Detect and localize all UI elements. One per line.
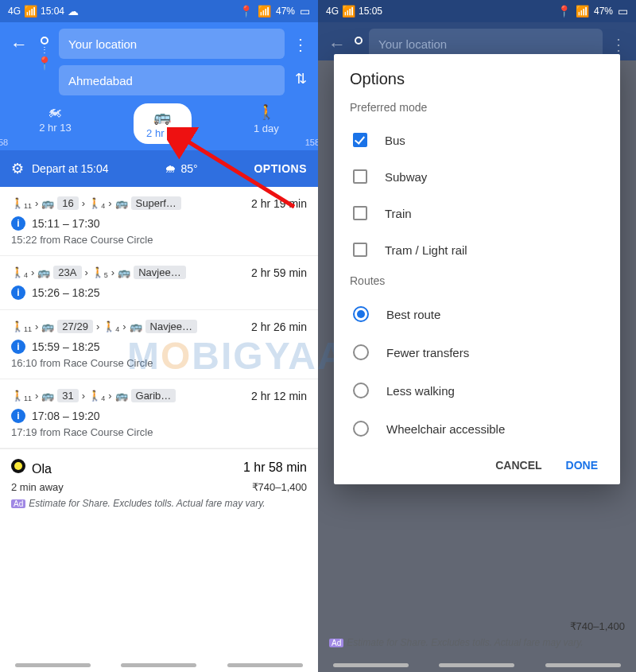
bus-icon: 🚌 [115,390,128,402]
ride-fare: ₹740–1,400 [252,481,307,493]
walk-icon: 🚶4 [88,390,105,402]
nav-home[interactable] [439,663,514,667]
overflow-menu-icon[interactable]: ⋮ [293,35,308,54]
mode-option[interactable]: Bus [350,122,604,158]
bus-icon: 🚌 [37,266,50,278]
option-label: Fewer transfers [386,346,469,359]
line-chip: 23A [53,266,81,279]
line-chip: 27/29 [57,320,93,333]
route-item[interactable]: 🚶4› 🚌23A› 🚶5› 🚌Navjee… 2 hr 59 min i15:2… [0,256,318,310]
cloud-icon: ☁ [68,5,79,17]
back-button[interactable]: ← [8,29,30,60]
swap-icon[interactable]: ⇅ [295,70,307,87]
walk-icon: 🚶4 [88,197,105,209]
mode-transit-duration: 2 hr 19 [146,127,178,139]
mode-option[interactable]: Train [350,195,604,231]
status-bar: 4G 📶 15:05 📍 📶 47% ▭ [318,0,636,22]
ride-eta: 2 min away [11,481,64,493]
mode-motorcycle[interactable]: 🏍 2 hr 13 [39,103,71,144]
route-item[interactable]: 🚶11› 🚌27/29› 🚶4› 🚌Navjee… 2 hr 26 min i1… [0,310,318,379]
option-label: Less walking [386,384,455,398]
battery-icon: ▭ [618,5,628,17]
nav-back[interactable] [333,663,409,667]
nav-home[interactable] [121,663,196,667]
radio-icon[interactable] [353,421,369,437]
route-times: 15:26 – 18:25 [32,286,100,299]
mode-option[interactable]: Subway [350,158,604,195]
mode-transit[interactable]: 🚌 2 hr 19 [134,103,191,144]
clock: 15:05 [359,6,382,17]
battery-pct: 47% [594,6,613,17]
walk-icon: 🚶4 [11,266,28,278]
checkbox-icon[interactable] [353,169,367,184]
net-label: 4G [8,6,21,17]
mode-option[interactable]: Tram / Light rail [350,231,604,268]
info-icon: i [11,409,25,423]
route-duration: 2 hr 12 min [251,390,307,402]
route-list[interactable]: 🚶11› 🚌16› 🚶4› 🚌Superf… 2 hr 19 min i15:1… [0,187,318,519]
nav-back[interactable] [15,663,91,667]
travel-mode-tabs: 58 🏍 2 hr 13 🚌 2 hr 19 🚶 1 day 158 [8,95,310,150]
depart-bar: ⚙ Depart at 15:04 🌧 85° OPTIONS [0,150,318,187]
route-duration: 2 hr 19 min [251,197,307,210]
info-icon: i [11,286,25,300]
option-label: Train [385,207,412,220]
done-button[interactable]: DONE [566,459,598,472]
walk-icon: 🚶11 [11,390,32,402]
radio-icon[interactable] [353,344,369,360]
route-option[interactable]: Wheelchair accessible [350,410,604,448]
checkbox-icon[interactable] [353,206,367,220]
rideshare-item[interactable]: Ola 1 hr 58 min 2 min away ₹740–1,400 Ad… [0,449,318,519]
phone-left: 4G 📶 15:04 ☁ 📍 📶 47% ▭ ← ⋮ 📍 Your locati… [0,0,318,672]
route-duration: 2 hr 59 min [251,266,307,279]
ride-name: Ola [32,462,52,476]
location-icon: 📍 [239,5,253,17]
clock: 15:04 [41,6,64,17]
options-button[interactable]: OPTIONS [254,162,307,175]
line-chip: 16 [57,196,78,210]
checkbox-icon[interactable] [353,243,367,257]
walk-icon: 🚶 [258,103,275,121]
status-bar: 4G 📶 15:04 ☁ 📍 📶 47% ▭ [0,0,318,22]
route-times: 15:11 – 17:30 [32,217,100,230]
wifi-icon: 📶 [576,5,589,17]
wifi-icon: 📶 [258,5,271,17]
depart-label[interactable]: Depart at 15:04 [32,162,109,175]
ride-duration: 1 hr 58 min [243,460,307,475]
bus-icon: 🚌 [153,108,171,126]
weather-icon: 🌧 [165,162,176,175]
option-label: Wheelchair accessible [386,422,505,436]
tick-right: 158 [305,138,318,147]
route-item[interactable]: 🚶11› 🚌16› 🚶4› 🚌Superf… 2 hr 19 min i15:1… [0,187,318,256]
radio-icon[interactable] [353,383,369,398]
cancel-button[interactable]: CANCEL [495,459,541,472]
net-label: 4G [326,6,339,17]
dialog-title: Options [350,70,604,88]
mode-walk[interactable]: 🚶 1 day [254,103,279,144]
pin-icon: 📍 [37,56,52,71]
route-option[interactable]: Fewer transfers [350,333,604,371]
option-label: Tram / Light rail [385,243,467,257]
nav-recent[interactable] [227,663,303,667]
origin-field[interactable]: Your location [59,29,285,59]
dest-chip: Superf… [131,196,181,210]
filter-icon[interactable]: ⚙ [11,160,24,177]
radio-icon[interactable] [353,306,369,322]
destination-field[interactable]: Ahmedabad [59,65,285,95]
checkbox-icon[interactable] [353,133,367,147]
origin-label: Your location [378,37,447,51]
rideshare-peek: ₹740–1,400 AdEstimate for Share. Exclude… [329,616,625,648]
directions-header: ← ⋮ 📍 Your location Ahmedabad ⋮ ⇅ 58 🏍 2… [0,22,318,150]
nav-recent[interactable] [545,663,621,667]
route-option[interactable]: Less walking [350,371,604,410]
bus-icon: 🚌 [118,266,130,278]
route-item[interactable]: 🚶11› 🚌31› 🚶4› 🚌Garib… 2 hr 12 min i17:08… [0,379,318,449]
motorcycle-icon: 🏍 [48,103,62,120]
route-duration: 2 hr 26 min [251,320,307,333]
dest-chip: Navjee… [134,266,185,279]
bus-icon: 🚌 [41,320,54,332]
line-chip: 31 [57,389,78,402]
ad-disclaimer: AdEstimate for Share. Excludes tolls. Ac… [11,498,307,509]
route-option[interactable]: Best route [350,295,604,333]
temperature: 85° [180,162,197,175]
